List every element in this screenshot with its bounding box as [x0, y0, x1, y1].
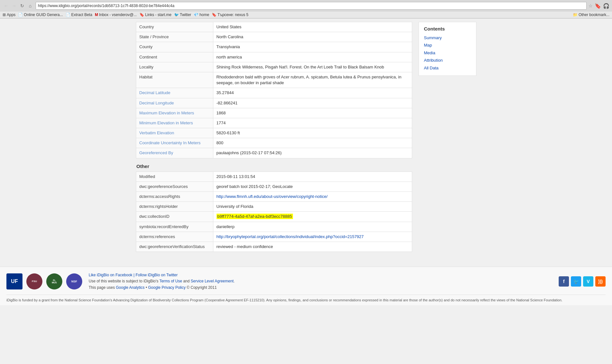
- contents-link-attribution[interactable]: Attribution: [424, 57, 471, 64]
- table-value: United States: [213, 22, 412, 32]
- bookmark-twitter-label: Twitter: [180, 13, 191, 17]
- contents-links: SummaryMapMediaAttributionAll Data: [424, 34, 471, 72]
- table-row: CountryUnited States: [136, 22, 412, 32]
- bookmark-extract[interactable]: 📄 Extract Beta: [66, 13, 92, 17]
- bookmark-guid-icon: 📄: [18, 13, 23, 17]
- other-table: Modified2015-08-11 13:01:54dwc:georefere…: [136, 172, 412, 252]
- value-link[interactable]: http://bryophyteportal.org/portal/collec…: [217, 234, 364, 239]
- table-row: Maximum Elevation in Meters1868: [136, 108, 412, 118]
- bookmark-inbox[interactable]: M Inbox - vsenderov@...: [95, 13, 137, 17]
- like-facebook[interactable]: Like iDigBio on Facebook: [89, 273, 132, 277]
- table-value: Rhododendron bald with groves of Acer ru…: [213, 72, 412, 88]
- highlighted-value: b9ff7774-4a5d-47af-a2ea-bdf3ecc78885: [217, 214, 293, 219]
- table-label: Locality: [136, 62, 213, 72]
- table-row: Modified2015-08-11 13:01:54: [136, 172, 412, 182]
- bookmark-icon[interactable]: 🔖: [595, 3, 601, 9]
- table-value: 2015-08-11 13:01:54: [213, 172, 412, 182]
- nav-buttons: ← → ↻ ⌂: [3, 2, 34, 9]
- bookmark-extract-label: Extract Beta: [71, 13, 92, 17]
- browser-chrome: ← → ↻ ⌂ https://www.idigbio.org/portal/r…: [0, 0, 612, 19]
- headset-icon[interactable]: 🎧: [603, 3, 609, 9]
- table-value: North Carolina: [213, 32, 412, 42]
- footer-analytics-text: This page uses Google Analytics • Google…: [89, 285, 552, 291]
- contents-link-summary[interactable]: Summary: [424, 34, 471, 41]
- table-label: Country: [136, 22, 213, 32]
- privacy-link[interactable]: Google Privacy Policy: [148, 285, 186, 290]
- table-label: Maximum Elevation in Meters: [136, 108, 213, 118]
- rss-icon[interactable]: ))): [595, 276, 606, 287]
- bookmark-links-label: Links - start.me: [145, 13, 172, 17]
- bookmark-links[interactable]: 🔖 Links - start.me: [139, 13, 172, 17]
- main-content: CountryUnited StatesState / ProvinceNort…: [136, 19, 412, 260]
- contents-link-all-data[interactable]: All Data: [424, 64, 471, 72]
- bookmark-guid-label: Online GUID Genera...: [24, 13, 63, 17]
- reload-button[interactable]: ↻: [19, 2, 26, 9]
- address-bar[interactable]: https://www.idigbio.org/portal/records/1…: [36, 2, 587, 10]
- table-row: Georeferenced Bypaulaajohns (2015-02-17 …: [136, 148, 412, 158]
- table-row: dcterms:rightsHolderUniversity of Florid…: [136, 202, 412, 212]
- vimeo-icon[interactable]: V: [583, 276, 593, 287]
- table-value: 35.27844: [213, 88, 412, 98]
- table-value: 1868: [213, 108, 412, 118]
- table-label: County: [136, 42, 213, 52]
- bookmark-twitter[interactable]: 🐦 Twitter: [174, 13, 191, 17]
- table-value: paulaajohns (2015-02-17 07:54:26): [213, 148, 412, 158]
- facebook-link[interactable]: Like iDigBio on Facebook | Follow iDigBi…: [89, 273, 178, 277]
- back-button[interactable]: ←: [3, 2, 10, 9]
- apps-button[interactable]: ⊞ Apps: [3, 13, 15, 17]
- table-row: dwc:georeferenceVerificationStatusreview…: [136, 242, 412, 252]
- table-label: Decimal Latitude: [136, 88, 213, 98]
- table-value[interactable]: http://www.flmnh.ufl.edu/about-us/overvi…: [213, 192, 412, 202]
- table-value[interactable]: http://bryophyteportal.org/portal/collec…: [213, 232, 412, 242]
- table-label: symbiota:recordEnteredBy: [136, 222, 213, 232]
- twitter-icon[interactable]: 🐦: [571, 276, 581, 287]
- uf-logo: UF: [6, 273, 22, 289]
- table-value: Shining Rock Wilderness, Pisgah Nat'l. F…: [213, 62, 412, 72]
- sla-link[interactable]: Service Level Agreement: [191, 279, 234, 283]
- bookmark-guid[interactable]: 📄 Online GUID Genera...: [18, 13, 63, 17]
- table-value: 5820-6130 ft: [213, 128, 412, 138]
- sidebar: Contents SummaryMapMediaAttributionAll D…: [419, 19, 476, 260]
- table-value: north america: [213, 52, 412, 62]
- analytics-link[interactable]: Google Analytics: [116, 285, 145, 290]
- star-icon[interactable]: ☆: [589, 3, 593, 8]
- bookmark-home[interactable]: 💎 home: [194, 13, 209, 17]
- table-label: Modified: [136, 172, 213, 182]
- other-bookmarks[interactable]: 📁 Other bookmark...: [573, 13, 609, 17]
- value-link[interactable]: http://www.flmnh.ufl.edu/about-us/overvi…: [217, 194, 328, 199]
- table-row: dwc:collectionIDb9ff7774-4a5d-47af-a2ea-…: [136, 212, 412, 222]
- table-row: Minimum Elevation in Meters1774: [136, 118, 412, 128]
- table-value: Transylvania: [213, 42, 412, 52]
- home-button[interactable]: ⌂: [27, 2, 34, 9]
- contents-link-map[interactable]: Map: [424, 41, 471, 49]
- table-value: daniellerp: [213, 222, 412, 232]
- table-label: Minimum Elevation in Meters: [136, 118, 213, 128]
- terms-link[interactable]: Terms of Use: [159, 279, 182, 283]
- footer-social-icons: f 🐦 V ))): [559, 276, 606, 287]
- bookmark-search-label: Търсене: nexus 5: [217, 13, 248, 17]
- contents-box: Contents SummaryMapMediaAttributionAll D…: [419, 22, 476, 76]
- table-row: Verbatim Elevation5820-6130 ft: [136, 128, 412, 138]
- table-row: State / ProvinceNorth Carolina: [136, 32, 412, 42]
- follow-twitter[interactable]: Follow iDigBio on Twitter: [136, 273, 178, 277]
- page-wrapper: CountryUnited StatesState / ProvinceNort…: [0, 19, 612, 364]
- url-text: https://www.idigbio.org/portal/records/1…: [38, 4, 584, 8]
- fsu-logo: FSU: [26, 273, 42, 289]
- table-value: 800: [213, 138, 412, 148]
- fm-logo: FLMUS: [46, 273, 62, 289]
- bookmark-search[interactable]: 🔖 Търсене: nexus 5: [212, 13, 248, 17]
- table-row: Coordinate Uncertainty In Meters800: [136, 138, 412, 148]
- other-bookmarks-label: Other bookmark...: [579, 13, 609, 17]
- table-row: dcterms:referenceshttp://bryophyteportal…: [136, 232, 412, 242]
- contents-link-media[interactable]: Media: [424, 49, 471, 57]
- browser-top: ← → ↻ ⌂ https://www.idigbio.org/portal/r…: [0, 0, 612, 12]
- footer: UF FSU FLMUS NSF Like iDigBio on Faceboo…: [0, 267, 612, 305]
- table-label: Verbatim Elevation: [136, 128, 213, 138]
- table-row: Decimal Latitude35.27844: [136, 88, 412, 98]
- footer-text: Like iDigBio on Facebook | Follow iDigBi…: [89, 272, 552, 291]
- facebook-icon[interactable]: f: [559, 276, 569, 287]
- bookmark-search-icon: 🔖: [212, 13, 217, 17]
- forward-button[interactable]: →: [11, 2, 18, 9]
- table-label: Georeferenced By: [136, 148, 213, 158]
- apps-label: Apps: [7, 13, 15, 17]
